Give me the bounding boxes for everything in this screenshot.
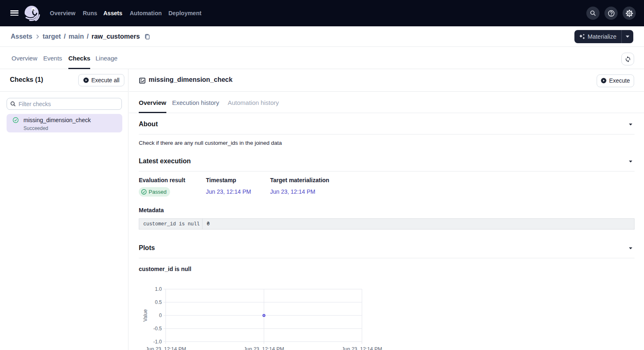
svg-text:0: 0 <box>159 313 162 318</box>
svg-text:Value: Value <box>142 309 148 322</box>
svg-text:-0.5: -0.5 <box>153 326 162 331</box>
svg-text:-1.0: -1.0 <box>153 339 162 345</box>
svg-text:1.0: 1.0 <box>155 286 162 292</box>
svg-text:Jun 23, 12:14 PM: Jun 23, 12:14 PM <box>342 346 382 350</box>
svg-text:Jun 23, 12:14 PM: Jun 23, 12:14 PM <box>244 346 284 350</box>
svg-text:0.5: 0.5 <box>155 299 162 305</box>
svg-text:Jun 23, 12:14 PM: Jun 23, 12:14 PM <box>146 346 186 350</box>
